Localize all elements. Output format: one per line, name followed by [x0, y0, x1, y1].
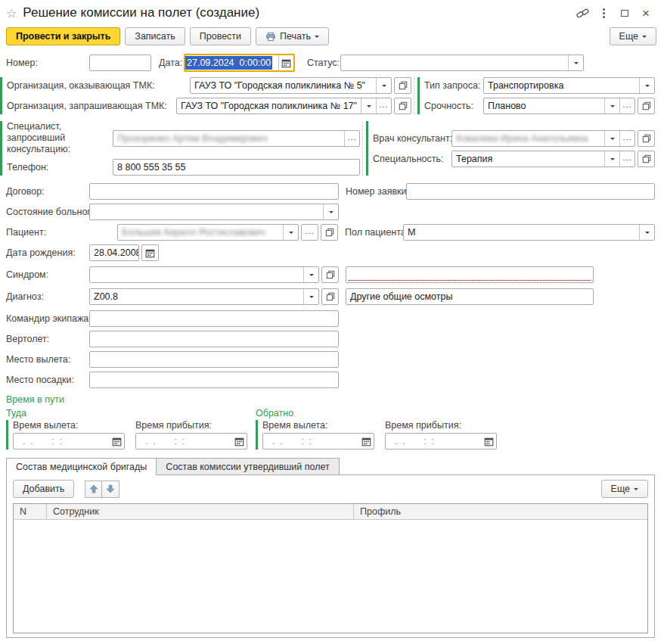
chevron-down-icon[interactable]	[604, 151, 619, 166]
date-value[interactable]: 27.09.2024 0:00:00	[185, 56, 272, 70]
column-employee[interactable]: Сотрудник	[47, 504, 354, 519]
post-and-close-button[interactable]: Провести и закрыть	[6, 27, 120, 45]
chevron-down-icon[interactable]	[361, 98, 376, 114]
add-row-button[interactable]: Добавить	[13, 480, 74, 498]
date-field[interactable]: 27.09.2024 0:00:00	[184, 54, 295, 72]
choose-ellipsis-icon[interactable]: ...	[619, 151, 635, 166]
print-button[interactable]: Печать	[256, 27, 329, 45]
calendar-icon[interactable]	[231, 434, 247, 449]
crew-commander-input[interactable]	[90, 311, 338, 326]
birth-date-field[interactable]: 28.04.2008	[89, 244, 139, 261]
calendar-icon[interactable]	[278, 55, 293, 70]
chevron-down-icon[interactable]	[639, 225, 654, 240]
chevron-down-icon[interactable]	[323, 204, 338, 219]
chevron-down-icon[interactable]	[303, 289, 318, 304]
column-n[interactable]: N	[14, 504, 47, 519]
chevron-down-icon[interactable]	[604, 131, 619, 146]
row-crew-commander: Командир экипажа:	[6, 310, 655, 327]
number-input[interactable]	[90, 55, 150, 70]
chevron-down-icon[interactable]	[283, 225, 298, 240]
link-icon[interactable]	[572, 5, 593, 21]
back-arrival-field[interactable]: . . : :	[385, 433, 497, 450]
specialty-field[interactable]: Терапия ...	[451, 151, 635, 167]
open-form-icon[interactable]	[321, 288, 339, 305]
departure-place-field[interactable]	[89, 351, 339, 368]
column-profile[interactable]: Профиль	[354, 504, 647, 519]
choose-ellipsis-icon[interactable]: ...	[376, 98, 391, 114]
departure-place-input[interactable]	[90, 352, 338, 367]
there-arrival-field[interactable]: . . : :	[135, 433, 247, 450]
request-no-field[interactable]	[406, 183, 655, 200]
menu-kebab-icon[interactable]	[593, 5, 614, 21]
post-button[interactable]: Провести	[190, 27, 251, 45]
choose-ellipsis-icon[interactable]: ...	[301, 224, 318, 241]
travel-time-title: Время в пути	[6, 394, 64, 405]
choose-ellipsis-icon[interactable]: ...	[344, 131, 359, 146]
move-up-icon[interactable]	[85, 481, 102, 498]
open-form-icon[interactable]	[321, 224, 338, 241]
open-form-icon[interactable]	[394, 98, 411, 114]
row-diagnosis: Диагноз: Z00.8 Другие общие осмотры	[6, 288, 655, 305]
open-form-icon[interactable]	[638, 98, 655, 114]
row-urgency: Срочность: Планово ...	[424, 98, 655, 114]
chevron-down-icon[interactable]	[568, 55, 583, 70]
favorite-star-icon[interactable]: ☆	[6, 6, 17, 20]
open-form-icon[interactable]	[321, 266, 339, 283]
status-field[interactable]	[340, 54, 584, 71]
maximize-icon[interactable]	[614, 5, 635, 21]
contract-label: Договор:	[6, 186, 89, 197]
crew-commander-field[interactable]	[89, 310, 339, 327]
choose-ellipsis-icon[interactable]: ...	[619, 131, 635, 146]
patient-sex-field[interactable]: М	[403, 224, 655, 241]
more-button-grid[interactable]: Еще	[601, 480, 648, 498]
write-button[interactable]: Записать	[125, 27, 185, 45]
request-no-input[interactable]	[407, 184, 654, 199]
specialist-label: Специалист, запросивший консультацию:	[7, 121, 113, 155]
contract-input[interactable]	[90, 184, 338, 199]
tab-medical-brigade[interactable]: Состав медицинской бригады	[6, 458, 157, 475]
specialist-field[interactable]: Прохоренко Артем Владимирович ...	[113, 130, 360, 147]
number-field[interactable]	[89, 54, 151, 71]
diagnosis-field[interactable]: Z00.8	[89, 288, 319, 305]
open-form-icon[interactable]	[394, 77, 411, 94]
org-requesting-field[interactable]: ГАУЗ ТО "Городская поликлиника № 17" ...	[176, 98, 392, 114]
syndrome-text-field[interactable]	[346, 266, 594, 283]
calendar-icon[interactable]	[141, 244, 159, 261]
back-departure-field[interactable]: . . : :	[262, 433, 374, 450]
departure-place-label: Место вылета:	[6, 354, 89, 365]
choose-ellipsis-icon[interactable]: ...	[619, 98, 635, 114]
org-provider-field[interactable]: ГАУЗ ТО "Городская поликлиника № 5"	[190, 77, 392, 94]
request-type-field[interactable]: Транспортировка	[483, 77, 655, 94]
close-icon[interactable]: ×	[635, 5, 656, 21]
urgency-field[interactable]: Планово ...	[483, 98, 635, 114]
helicopter-input[interactable]	[90, 331, 338, 347]
phone-input[interactable]	[113, 160, 359, 175]
diagnosis-text-field[interactable]: Другие общие осмотры	[346, 288, 594, 305]
chevron-down-icon[interactable]	[639, 78, 654, 93]
calendar-icon[interactable]	[358, 434, 374, 449]
there-arrival-label: Время прибытия:	[135, 420, 247, 431]
calendar-icon[interactable]	[109, 434, 124, 449]
row-departure-place: Место вылета:	[6, 351, 655, 368]
tab-commission[interactable]: Состав комиссии утвердивший полет	[157, 458, 339, 475]
open-form-icon[interactable]	[638, 151, 655, 167]
helicopter-field[interactable]	[89, 331, 339, 347]
patient-field[interactable]: Большев Кирилл Ростиславович	[117, 224, 299, 241]
chevron-down-icon[interactable]	[376, 78, 391, 93]
consultant-field[interactable]: Ковалева Ирина Анатольевна ...	[451, 130, 635, 147]
chevron-down-icon[interactable]	[604, 98, 619, 114]
phone-field[interactable]	[113, 159, 360, 176]
more-button-top[interactable]: Еще	[610, 27, 656, 45]
open-form-icon[interactable]	[638, 130, 655, 147]
move-down-icon[interactable]	[102, 481, 119, 498]
table-body-empty[interactable]	[14, 520, 647, 633]
there-departure-field[interactable]: . . : :	[13, 433, 125, 450]
chevron-down-icon[interactable]	[303, 267, 318, 282]
patient-state-field[interactable]	[89, 204, 339, 220]
calendar-icon[interactable]	[481, 434, 496, 449]
contract-field[interactable]	[89, 183, 339, 200]
back-arrival-label: Время прибытия:	[385, 420, 497, 431]
landing-place-input[interactable]	[90, 372, 338, 387]
landing-place-field[interactable]	[89, 372, 339, 388]
syndrome-field[interactable]	[89, 266, 319, 283]
